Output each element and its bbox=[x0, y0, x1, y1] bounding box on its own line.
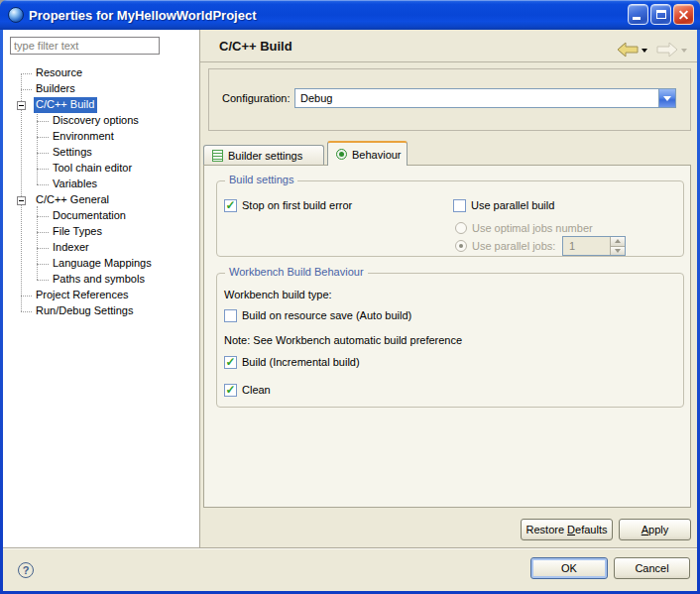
checkbox-label: Build on resource save (Auto build) bbox=[242, 309, 411, 321]
checkbox-label: Stop on first build error bbox=[242, 199, 352, 211]
tree-item-builders[interactable]: Builders bbox=[3, 81, 197, 97]
use-parallel-build-checkbox[interactable] bbox=[453, 199, 466, 212]
spinner-value: 1 bbox=[563, 237, 610, 255]
tree-item-paths-and-symbols[interactable]: Paths and symbols bbox=[3, 272, 197, 288]
behaviour-icon bbox=[336, 149, 347, 160]
use-optimal-jobs-radio bbox=[455, 222, 467, 234]
dialog-body: Resource Builders C/C++ Build Discovery … bbox=[3, 30, 697, 591]
clean-checkbox[interactable]: ✓ bbox=[224, 384, 237, 397]
build-incremental-checkbox[interactable]: ✓ bbox=[224, 356, 237, 369]
window-title: Properties for MyHellowWorldProject bbox=[29, 8, 256, 23]
header-separator bbox=[200, 61, 697, 62]
configuration-value: Debug bbox=[295, 92, 658, 104]
preferences-sidebar: Resource Builders C/C++ Build Discovery … bbox=[3, 30, 199, 547]
tab-label: Behaviour bbox=[352, 149, 402, 161]
check-icon: ✓ bbox=[225, 385, 235, 395]
page-title: C/C++ Build bbox=[219, 39, 292, 54]
preferences-tree: Resource Builders C/C++ Build Discovery … bbox=[3, 65, 197, 319]
spinner-up-icon bbox=[615, 239, 621, 243]
tree-item-discovery-options[interactable]: Discovery options bbox=[3, 113, 197, 129]
minimize-icon bbox=[633, 17, 641, 20]
collapse-icon[interactable] bbox=[17, 196, 26, 205]
radio-label: Use parallel jobs: bbox=[472, 240, 555, 252]
tree-item-resource[interactable]: Resource bbox=[3, 65, 197, 81]
cancel-button[interactable]: Cancel bbox=[614, 557, 690, 579]
tree-item-project-references[interactable]: Project References bbox=[3, 288, 197, 303]
parallel-jobs-spinner: 1 bbox=[562, 236, 626, 256]
filter-input[interactable] bbox=[10, 37, 160, 55]
build-on-resource-save-checkbox[interactable] bbox=[224, 309, 237, 322]
dialog-footer: ? OK Cancel bbox=[3, 547, 697, 591]
checkbox-label: Use parallel build bbox=[471, 199, 554, 211]
tree-item-cpp-build[interactable]: C/C++ Build bbox=[3, 97, 197, 113]
ok-button[interactable]: OK bbox=[530, 557, 608, 579]
combo-dropdown-button[interactable] bbox=[658, 89, 675, 107]
builder-settings-icon bbox=[212, 150, 223, 162]
back-arrow-icon[interactable] bbox=[617, 42, 639, 58]
workbench-build-type-label: Workbench build type: bbox=[224, 289, 332, 300]
maximize-button[interactable] bbox=[650, 4, 671, 25]
tree-item-settings[interactable]: Settings bbox=[3, 145, 197, 161]
tree-item-documentation[interactable]: Documentation bbox=[3, 208, 197, 224]
configuration-section: Configuration: Debug bbox=[208, 68, 691, 131]
properties-dialog: Properties for MyHellowWorldProject Reso… bbox=[0, 0, 700, 594]
cpp-build-page: C/C++ Build Configuration: Debug bbox=[200, 30, 697, 547]
restore-defaults-button[interactable]: Restore Defaults bbox=[521, 519, 613, 540]
tree-item-tool-chain-editor[interactable]: Tool chain editor bbox=[3, 161, 197, 177]
spinner-down-icon bbox=[615, 249, 621, 253]
build-settings-group: Build settings ✓ Stop on first build err… bbox=[216, 180, 684, 257]
behaviour-tab-panel: Build settings ✓ Stop on first build err… bbox=[203, 165, 691, 508]
group-title: Build settings bbox=[225, 174, 297, 185]
spinner-down-button bbox=[611, 246, 625, 256]
spinner-up-button bbox=[611, 237, 625, 246]
eclipse-logo-icon bbox=[8, 7, 24, 23]
tree-item-run-debug-settings[interactable]: Run/Debug Settings bbox=[3, 303, 197, 319]
apply-button[interactable]: Apply bbox=[619, 519, 691, 540]
history-nav bbox=[617, 42, 687, 58]
workbench-build-behaviour-group: Workbench Build Behaviour Workbench buil… bbox=[216, 273, 684, 408]
back-dropdown-icon[interactable] bbox=[642, 49, 647, 53]
collapse-icon[interactable] bbox=[17, 101, 26, 110]
stop-on-first-build-error-checkbox[interactable]: ✓ bbox=[224, 199, 237, 212]
tree-item-variables[interactable]: Variables bbox=[3, 177, 197, 192]
check-icon: ✓ bbox=[225, 357, 235, 367]
forward-arrow-icon bbox=[656, 42, 678, 58]
tree-item-cpp-general[interactable]: C/C++ General bbox=[3, 192, 197, 208]
chevron-down-icon bbox=[663, 96, 671, 101]
close-button[interactable] bbox=[673, 4, 694, 25]
forward-dropdown-icon bbox=[681, 49, 687, 53]
tree-item-environment[interactable]: Environment bbox=[3, 129, 197, 145]
minimize-button[interactable] bbox=[628, 4, 648, 25]
radio-label: Use optimal jobs number bbox=[472, 222, 593, 234]
radio-dot-icon bbox=[459, 244, 463, 248]
tab-behaviour[interactable]: Behaviour bbox=[327, 141, 408, 166]
group-title: Workbench Build Behaviour bbox=[225, 266, 368, 278]
check-icon: ✓ bbox=[225, 200, 235, 210]
configuration-label: Configuration: bbox=[222, 92, 291, 104]
workbench-note: Note: See Workbench automatic build pref… bbox=[224, 334, 462, 346]
configuration-select[interactable]: Debug bbox=[294, 88, 676, 108]
help-icon[interactable]: ? bbox=[18, 562, 34, 578]
tree-item-language-mappings[interactable]: Language Mappings bbox=[3, 256, 197, 272]
title-bar[interactable]: Properties for MyHellowWorldProject bbox=[0, 0, 700, 30]
tab-builder-settings[interactable]: Builder settings bbox=[203, 145, 324, 166]
tree-item-indexer[interactable]: Indexer bbox=[3, 240, 197, 256]
tree-item-file-types[interactable]: File Types bbox=[3, 224, 197, 240]
checkbox-label: Clean bbox=[242, 384, 271, 396]
use-parallel-jobs-radio bbox=[455, 240, 467, 252]
tab-label: Builder settings bbox=[228, 150, 302, 162]
checkbox-label: Build (Incremental build) bbox=[242, 356, 360, 368]
maximize-icon bbox=[656, 10, 666, 19]
